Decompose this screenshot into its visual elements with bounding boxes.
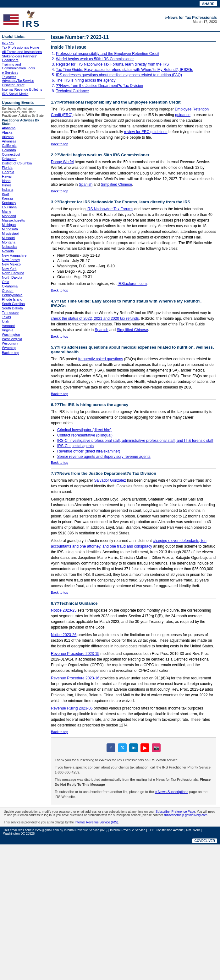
state-vermont[interactable]: Vermont <box>2 324 45 328</box>
article-8-back-to-top[interactable]: Back to top <box>51 730 216 733</box>
article-7-body2: Georgia return preparers Lakandra Loyd, … <box>51 496 216 536</box>
sidebar-link-irsgov[interactable]: IRS.gov <box>2 41 45 45</box>
state-south-carolina[interactable]: South Carolina <box>2 302 45 305</box>
state-alabama[interactable]: Alabama <box>2 126 45 130</box>
unsubscribe-text: To subscribe or to unsubscribe from anot… <box>55 789 212 800</box>
state-dc[interactable]: District of Columbia <box>2 161 45 165</box>
state-arizona[interactable]: Arizona <box>2 135 45 139</box>
state-tennessee[interactable]: Tennessee <box>2 311 45 314</box>
youtube-icon[interactable]: ▶ <box>140 743 149 752</box>
article-2-body: Danny Werfel began work this week as the… <box>51 159 216 187</box>
sidebar-link-irb[interactable]: Internal Revenue Bulletins <box>2 88 45 91</box>
state-ohio[interactable]: Ohio <box>2 280 45 284</box>
state-indiana[interactable]: Indiana <box>2 188 45 191</box>
state-arkansas[interactable]: Arkansas <box>2 139 45 143</box>
state-nebraska[interactable]: Nebraska <box>2 245 45 248</box>
article-6-back-to-top[interactable]: Back to top <box>51 461 216 465</box>
article-3-title: 3.??Register for IRS Nationwide Tax Foru… <box>51 200 216 204</box>
state-west-virginia[interactable]: West Virginia <box>2 337 45 341</box>
linkedin-icon[interactable]: in <box>129 743 138 752</box>
article-7-back-to-top[interactable]: Back to top <box>51 590 216 594</box>
state-idaho[interactable]: Idaho <box>2 179 45 183</box>
city-washington: Washington, D.C. area - Aug. 8-10 <box>57 264 216 268</box>
article-1-title: 1.??Professional responsibility and the … <box>51 100 216 105</box>
state-florida[interactable]: Florida <box>2 166 45 169</box>
state-new-jersey[interactable]: New Jersey <box>2 258 45 262</box>
article-1-back-to-top[interactable]: Back to top <box>51 142 216 146</box>
state-north-carolina[interactable]: North Carolina <box>2 271 45 275</box>
state-oregon[interactable]: Oregon <box>2 289 45 293</box>
article-2-back-to-top[interactable]: Back to top <box>51 189 216 193</box>
state-utah[interactable]: Utah <box>2 320 45 323</box>
state-south-dakota[interactable]: South Dakota <box>2 306 45 310</box>
state-rhode-island[interactable]: Rhode Island <box>2 298 45 301</box>
state-minnesota[interactable]: Minnesota <box>2 227 45 231</box>
article-3-back-to-top[interactable]: Back to top <box>51 288 216 292</box>
state-iowa[interactable]: Iowa <box>2 192 45 196</box>
article-3-cities: New Orleans - July 11-13 Atlanta - July … <box>57 253 216 279</box>
state-missouri[interactable]: Missouri <box>2 236 45 240</box>
state-delaware[interactable]: Delaware <box>2 157 45 161</box>
sidebar-link-taxpayer-advocate[interactable]: Taxpayer Advocate/TaxService <box>2 75 45 83</box>
job-irs-ci-special: IRS-CI special agents <box>57 444 216 448</box>
content-area: Issue Number:? 2023-11 Inside This Issue… <box>47 32 220 807</box>
contact-text: If you have a specific concern about you… <box>55 765 212 775</box>
sidebar-link-forms[interactable]: All Forms and Instructions <box>2 50 45 54</box>
state-new-hampshire[interactable]: New Hampshire <box>2 253 45 257</box>
state-north-dakota[interactable]: North Dakota <box>2 275 45 279</box>
city-new-orleans: New Orleans - July 11-13 <box>57 253 216 258</box>
toc-item-7: ??News from the Justice Department?s Tax… <box>56 83 216 88</box>
state-wyoming[interactable]: Wyoming <box>2 346 45 350</box>
state-illinois[interactable]: Illinois <box>2 183 45 187</box>
state-washington[interactable]: Washington <box>2 332 45 336</box>
article-4-back-to-top[interactable]: Back to top <box>51 334 216 338</box>
state-maine[interactable]: Maine <box>2 210 45 213</box>
sidebar-link-social[interactable]: IRS Social Media <box>2 92 45 96</box>
article-5-back-to-top[interactable]: Back to top <box>51 392 216 396</box>
table-of-contents: Professional responsibility and the Empl… <box>56 51 216 93</box>
state-new-mexico[interactable]: New Mexico <box>2 262 45 266</box>
issue-date: March 17, 2023 <box>165 20 217 24</box>
state-mississippi[interactable]: Mississippi <box>2 232 45 235</box>
state-pennsylvania[interactable]: Pennsylvania <box>2 293 45 297</box>
sidebar-link-stakeholders[interactable]: Stakeholders Partners' Headliners <box>2 54 45 62</box>
job-criminal-investigator: Criminal investigator (direct hire) <box>57 428 216 432</box>
twitter-icon[interactable]: 𝕏 <box>118 743 127 752</box>
state-california[interactable]: California <box>2 144 45 148</box>
sidebar-link-training[interactable]: Training and Communication Tools <box>2 62 45 70</box>
state-hawaii[interactable]: Hawaii <box>2 175 45 178</box>
toc-item-8: Technical Guidance <box>56 89 216 93</box>
sidebar-link-eservices[interactable]: e-Services <box>2 71 45 74</box>
state-georgia[interactable]: Georgia <box>2 170 45 174</box>
state-montana[interactable]: Montana <box>2 240 45 244</box>
state-new-york[interactable]: New York <box>2 267 45 270</box>
sidebar-link-disaster[interactable]: Disaster Relief <box>2 83 45 87</box>
state-colorado[interactable]: Colorado <box>2 148 45 152</box>
article-8-notice-2023-26: Notice 2023-26 provides for adjustments … <box>51 632 216 649</box>
job-contact-rep: Contact representative (bilingual) <box>57 433 216 438</box>
state-kentucky[interactable]: Kentucky <box>2 201 45 205</box>
facebook-icon[interactable]: f <box>106 743 116 752</box>
toc-item-4: Tax Time Guide: Easy access to refund st… <box>56 67 216 72</box>
state-nevada[interactable]: Nevada <box>2 249 45 253</box>
state-massachusetts[interactable]: Massachusetts <box>2 218 45 222</box>
state-alaska[interactable]: Alaska <box>2 130 45 134</box>
state-michigan[interactable]: Michigan <box>2 223 45 227</box>
state-kansas[interactable]: Kansas <box>2 196 45 200</box>
toc-item-1: Professional responsibility and the Empl… <box>56 51 216 56</box>
instagram-icon[interactable]: 📷 <box>152 743 161 752</box>
sidebar-back-to-top[interactable]: Back to top <box>2 351 45 355</box>
subscribe-text: Thank you for subscribing to e-News for … <box>55 757 212 763</box>
state-connecticut[interactable]: Connecticut <box>2 153 45 156</box>
article-3-body: Attend the upcoming IRS Nationwide Tax F… <box>51 206 216 251</box>
share-button[interactable]: SHARE <box>199 1 217 6</box>
state-louisiana[interactable]: Louisiana <box>2 205 45 209</box>
sidebar-link-taxpro[interactable]: Tax Professionals Home <box>2 46 45 49</box>
auto-text: This message was distributed automatical… <box>55 777 212 788</box>
state-wisconsin[interactable]: Wisconsin <box>2 341 45 345</box>
state-oklahoma[interactable]: Oklahoma <box>2 284 45 288</box>
state-texas[interactable]: Texas <box>2 315 45 319</box>
state-virginia[interactable]: Virginia <box>2 328 45 332</box>
state-maryland[interactable]: Maryland <box>2 214 45 218</box>
job-irs-ci-investigative: IRS-CI investigative professional staff,… <box>57 438 216 443</box>
